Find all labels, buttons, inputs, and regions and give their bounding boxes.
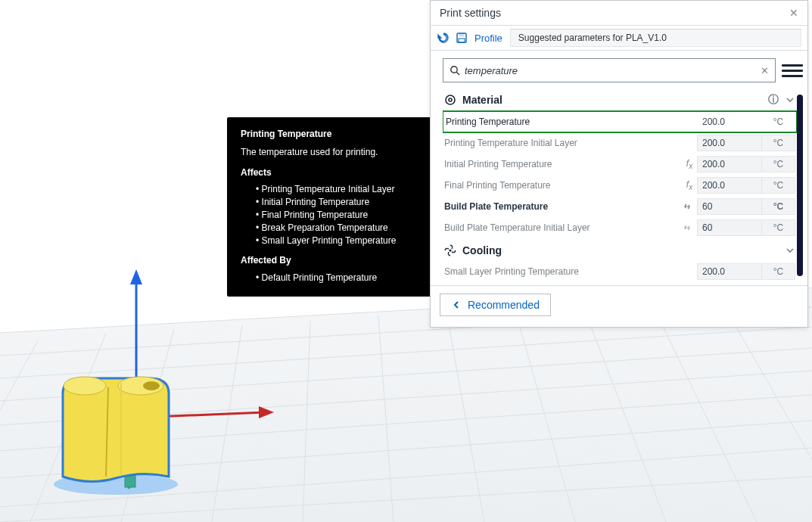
- setting-final-printing-temperature[interactable]: Final Printing Temperature fx 200.0 °C: [443, 175, 797, 196]
- value-field[interactable]: 200.0: [697, 156, 762, 172]
- unit-label: °C: [762, 198, 795, 215]
- panel-toolbar: Profile Suggested parameters for PLA_V1.…: [431, 26, 807, 50]
- clear-search-icon[interactable]: ✕: [761, 65, 769, 76]
- svg-point-28: [64, 377, 106, 395]
- close-icon[interactable]: ✕: [789, 7, 798, 19]
- search-input-container: ✕: [443, 58, 776, 82]
- tooltip-title: Printing Temperature: [241, 128, 422, 141]
- hamburger-menu-icon[interactable]: [782, 60, 803, 81]
- svg-point-38: [446, 95, 455, 104]
- chevron-down-icon[interactable]: [785, 95, 795, 105]
- value-field[interactable]: 60: [697, 219, 762, 236]
- tooltip-affects-heading: Affects: [241, 166, 422, 179]
- profile-label: Profile: [474, 33, 502, 44]
- print-settings-panel: Print settings ✕ Profile Suggested param…: [430, 0, 808, 328]
- section-title-material: Material: [462, 94, 502, 106]
- chevron-left-icon: [451, 300, 462, 310]
- recommended-button[interactable]: Recommended: [440, 294, 551, 316]
- section-header-material[interactable]: Material ⓘ: [443, 87, 797, 111]
- setting-small-layer-printing-temperature[interactable]: Small Layer Printing Temperature 200.0 °…: [443, 261, 797, 282]
- value-field[interactable]: 60: [697, 198, 762, 215]
- unit-label: °C: [762, 263, 795, 280]
- fx-icon[interactable]: fx: [682, 179, 697, 191]
- search-icon: [450, 65, 460, 76]
- svg-point-30: [143, 381, 160, 390]
- unit-label: °C: [762, 135, 795, 151]
- save-profile-icon[interactable]: [455, 31, 468, 45]
- svg-rect-35: [459, 39, 465, 42]
- unit-label: °C: [762, 156, 795, 172]
- section-header-cooling[interactable]: Cooling: [443, 238, 797, 261]
- section-title-cooling: Cooling: [462, 244, 502, 256]
- value-field[interactable]: 200.0: [697, 135, 762, 151]
- svg-marker-22: [130, 269, 142, 284]
- link-icon[interactable]: [682, 201, 697, 212]
- svg-point-36: [451, 67, 457, 73]
- scrollbar-thumb[interactable]: [797, 95, 803, 276]
- unit-label: °C: [762, 219, 795, 236]
- value-printing-temperature[interactable]: 200.0: [697, 113, 762, 130]
- setting-tooltip: Printing Temperature The temperature use…: [227, 117, 436, 297]
- setting-build-plate-temperature-initial-layer[interactable]: Build Plate Temperature Initial Layer 60…: [443, 217, 797, 238]
- fan-icon: [444, 244, 456, 256]
- svg-line-37: [456, 72, 459, 75]
- unit-label: °C: [762, 177, 795, 194]
- info-icon[interactable]: ⓘ: [768, 93, 779, 107]
- material-icon: [444, 94, 456, 106]
- unit-label: °C: [762, 113, 795, 130]
- panel-title: Print settings: [440, 7, 501, 19]
- tooltip-description: The temperature used for printing.: [241, 146, 422, 159]
- model-object[interactable]: [51, 363, 180, 499]
- setting-printing-temperature[interactable]: Printing Temperature 200.0 °C: [443, 111, 797, 132]
- tooltip-affected-by-heading: Affected By: [241, 254, 422, 267]
- fx-icon[interactable]: fx: [682, 158, 697, 170]
- search-input[interactable]: [465, 65, 756, 76]
- svg-point-40: [449, 249, 451, 251]
- value-field[interactable]: 200.0: [697, 263, 762, 280]
- link-icon[interactable]: [682, 222, 697, 233]
- undo-icon[interactable]: [437, 31, 450, 45]
- tooltip-affected-by-list: Default Printing Temperature: [241, 272, 422, 284]
- profile-selector[interactable]: Suggested parameters for PLA_V1.0: [510, 29, 801, 47]
- tooltip-affects-list: Printing Temperature Initial Layer Initi…: [241, 183, 422, 247]
- svg-point-39: [449, 98, 452, 101]
- setting-initial-printing-temperature[interactable]: Initial Printing Temperature fx 200.0 °C: [443, 154, 797, 175]
- setting-build-plate-temperature[interactable]: Build Plate Temperature 60 °C: [443, 196, 797, 217]
- svg-rect-34: [459, 33, 464, 36]
- value-field[interactable]: 200.0: [697, 177, 762, 194]
- setting-printing-temperature-initial-layer[interactable]: Printing Temperature Initial Layer 200.0…: [443, 132, 797, 154]
- svg-marker-24: [259, 406, 274, 418]
- chevron-down-icon[interactable]: [785, 245, 795, 256]
